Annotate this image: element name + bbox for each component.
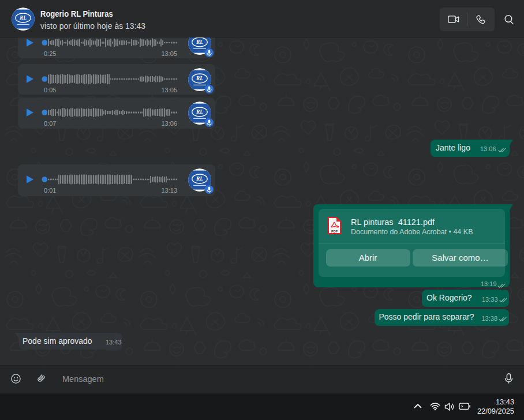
svg-text:RL: RL [196, 76, 203, 81]
svg-text:RL: RL [196, 39, 203, 45]
svg-text:PDF: PDF [331, 230, 338, 233]
svg-text:RL: RL [196, 109, 203, 115]
svg-text:RL: RL [19, 15, 27, 21]
svg-text:RL: RL [196, 176, 203, 182]
